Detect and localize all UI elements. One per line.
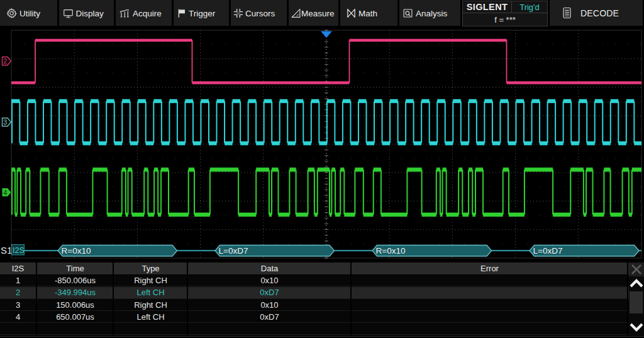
svg-text:4: 4 <box>3 189 7 196</box>
svg-text:L=0xD7: L=0xD7 <box>219 246 248 256</box>
svg-text:I2S: I2S <box>13 246 25 255</box>
svg-text:S1: S1 <box>1 245 12 256</box>
svg-text:R=0x10: R=0x10 <box>62 246 91 256</box>
svg-text:L=0xD7: L=0xD7 <box>533 246 563 256</box>
svg-text:3: 3 <box>3 118 7 126</box>
svg-text:2: 2 <box>3 57 7 65</box>
svg-text:R=0x10: R=0x10 <box>376 246 406 256</box>
